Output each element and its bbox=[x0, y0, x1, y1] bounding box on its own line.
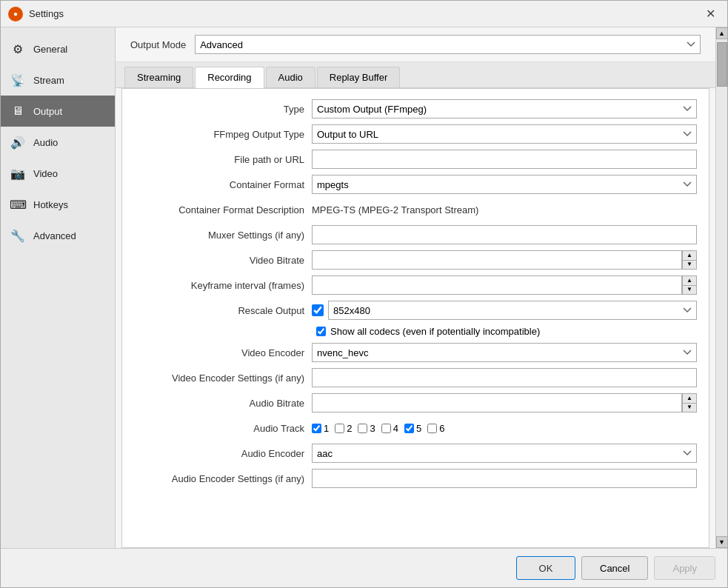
audio-bitrate-row: Audio Bitrate 32 Kbps ▲ ▼ bbox=[134, 393, 697, 412]
show-codecs-label: Show all codecs (even if potentially inc… bbox=[330, 326, 540, 337]
file-path-input[interactable]: udp://192.168.1.46:8282?pkt_size=1316 bbox=[312, 150, 697, 169]
sidebar-item-hotkeys[interactable]: ⌨Hotkeys bbox=[1, 189, 115, 220]
keyframe-up[interactable]: ▲ bbox=[683, 276, 696, 286]
audio-bitrate-up[interactable]: ▲ bbox=[683, 394, 696, 404]
sidebar-item-label: Stream bbox=[33, 75, 64, 86]
audio-encoder-select[interactable]: aac mp3 opus bbox=[312, 444, 697, 463]
general-icon: ⚙ bbox=[10, 41, 26, 57]
tab-streaming[interactable]: Streaming bbox=[124, 67, 193, 87]
tabs-bar: Streaming Recording Audio Replay Buffer bbox=[116, 62, 715, 88]
sidebar-item-label: Audio bbox=[33, 137, 58, 148]
video-bitrate-label: Video Bitrate bbox=[134, 255, 312, 266]
rescale-select[interactable]: 852x480 1280x720 1920x1080 bbox=[328, 301, 697, 320]
muxer-settings-input[interactable]: mpegts_start_pid=300 mpegts_pmt_start_pi… bbox=[312, 225, 697, 244]
scroll-thumb[interactable] bbox=[717, 42, 727, 87]
ok-button[interactable]: OK bbox=[516, 556, 575, 580]
keyframe-control: 100 ▲ ▼ bbox=[312, 275, 697, 295]
audio-track-row: Audio Track 1 2 bbox=[134, 418, 697, 438]
track-4-label: 4 bbox=[393, 423, 398, 434]
type-select[interactable]: Custom Output (FFmpeg) Standard bbox=[312, 99, 697, 118]
tab-audio[interactable]: Audio bbox=[266, 67, 315, 87]
advanced-icon: 🔧 bbox=[10, 227, 26, 244]
container-format-label: Container Format bbox=[134, 179, 312, 190]
sidebar-item-general[interactable]: ⚙General bbox=[1, 33, 115, 64]
container-format-select[interactable]: mpegts mp4 mkv bbox=[312, 175, 697, 194]
video-encoder-settings-control: profile=main10 tier=high level=6.2 bbox=[312, 368, 697, 387]
video-encoder-settings-input[interactable]: profile=main10 tier=high level=6.2 bbox=[312, 368, 697, 387]
track-1-checkbox[interactable] bbox=[312, 424, 321, 433]
container-format-desc-row: Container Format Description MPEG-TS (MP… bbox=[134, 200, 697, 219]
tab-replay-buffer[interactable]: Replay Buffer bbox=[317, 67, 401, 87]
track-2-label: 2 bbox=[347, 423, 352, 434]
apply-button[interactable]: Apply bbox=[654, 556, 715, 580]
type-label: Type bbox=[134, 104, 312, 115]
scroll-up-btn[interactable]: ▲ bbox=[716, 27, 728, 39]
ffmpeg-output-type-label: FFmpeg Output Type bbox=[134, 129, 312, 140]
tab-recording[interactable]: Recording bbox=[195, 67, 264, 88]
keyframe-down[interactable]: ▼ bbox=[683, 286, 696, 295]
video-encoder-row: Video Encoder nvenc_hevc nvenc_h264 libx… bbox=[134, 343, 697, 362]
rescale-checkbox[interactable] bbox=[312, 304, 324, 316]
container-format-control: mpegts mp4 mkv bbox=[312, 175, 697, 194]
ffmpeg-output-type-select[interactable]: Output to URL Output to File bbox=[312, 124, 697, 144]
audio-encoder-label: Audio Encoder bbox=[134, 448, 312, 459]
track-2-checkbox[interactable] bbox=[335, 424, 344, 433]
muxer-settings-label: Muxer Settings (if any) bbox=[134, 230, 312, 241]
track-5: 5 bbox=[404, 423, 421, 434]
output-mode-select[interactable]: Advanced Simple bbox=[195, 35, 701, 54]
video-encoder-select[interactable]: nvenc_hevc nvenc_h264 libx264 bbox=[312, 343, 697, 362]
keyframe-input[interactable]: 100 bbox=[312, 275, 682, 295]
video-bitrate-control: 380 Kbps ▲ ▼ bbox=[312, 250, 697, 270]
close-button[interactable]: ✕ bbox=[701, 5, 720, 22]
ffmpeg-output-type-control: Output to URL Output to File bbox=[312, 124, 697, 144]
output-mode-label: Output Mode bbox=[130, 39, 186, 50]
sidebar-item-video[interactable]: 📷Video bbox=[1, 158, 115, 189]
show-codecs-row: Show all codecs (even if potentially inc… bbox=[134, 326, 697, 337]
rescale-control: 852x480 1280x720 1920x1080 bbox=[312, 301, 697, 320]
keyframe-label: Keyframe interval (frames) bbox=[134, 280, 312, 291]
audio-bitrate-spinbox: 32 Kbps ▲ ▼ bbox=[312, 393, 697, 412]
video-bitrate-spinbox-btns: ▲ ▼ bbox=[682, 250, 697, 270]
sidebar-item-audio[interactable]: 🔊Audio bbox=[1, 127, 115, 158]
audio-track-control: 1 2 3 4 bbox=[312, 423, 697, 434]
audio-bitrate-label: Audio Bitrate bbox=[134, 398, 312, 409]
audio-bitrate-down[interactable]: ▼ bbox=[683, 404, 696, 412]
video-encoder-settings-row: Video Encoder Settings (if any) profile=… bbox=[134, 368, 697, 387]
video-encoder-settings-label: Video Encoder Settings (if any) bbox=[134, 372, 312, 384]
sidebar-item-advanced[interactable]: 🔧Advanced bbox=[1, 220, 115, 251]
cancel-button[interactable]: Cancel bbox=[581, 556, 648, 580]
track-5-checkbox[interactable] bbox=[404, 424, 414, 433]
sidebar-item-label: Advanced bbox=[33, 230, 76, 241]
audio-encoder-settings-label: Audio Encoder Settings (if any) bbox=[134, 473, 312, 484]
show-codecs-checkbox[interactable] bbox=[316, 327, 326, 336]
video-icon: 📷 bbox=[10, 165, 26, 181]
title-bar: ● Settings ✕ bbox=[1, 1, 727, 27]
bottom-bar: OK Cancel Apply bbox=[1, 548, 727, 587]
muxer-settings-control: mpegts_start_pid=300 mpegts_pmt_start_pi… bbox=[312, 225, 697, 244]
scroll-down-btn[interactable]: ▼ bbox=[716, 536, 728, 548]
video-bitrate-up[interactable]: ▲ bbox=[683, 251, 696, 261]
sidebar-item-output[interactable]: 🖥Output bbox=[1, 96, 115, 127]
video-bitrate-row: Video Bitrate 380 Kbps ▲ ▼ bbox=[134, 250, 697, 270]
type-control: Custom Output (FFmpeg) Standard bbox=[312, 99, 697, 118]
container-format-row: Container Format mpegts mp4 mkv bbox=[134, 175, 697, 194]
output-icon: 🖥 bbox=[10, 103, 26, 119]
audio-bitrate-input[interactable]: 32 Kbps bbox=[312, 393, 682, 412]
track-4-checkbox[interactable] bbox=[381, 424, 391, 433]
audio-encoder-settings-input[interactable] bbox=[312, 469, 697, 488]
track-3: 3 bbox=[358, 423, 375, 434]
video-bitrate-input[interactable]: 380 Kbps bbox=[312, 250, 682, 270]
track-1: 1 bbox=[312, 423, 329, 434]
container-format-desc-text: MPEG-TS (MPEG-2 Transport Stream) bbox=[312, 203, 478, 217]
track-6-checkbox[interactable] bbox=[427, 424, 437, 433]
keyframe-spinbox: 100 ▲ ▼ bbox=[312, 275, 697, 295]
track-3-checkbox[interactable] bbox=[358, 424, 367, 433]
sidebar-item-stream[interactable]: 📡Stream bbox=[1, 64, 115, 96]
type-row: Type Custom Output (FFmpeg) Standard bbox=[134, 99, 697, 118]
audio-track-checkboxes: 1 2 3 4 bbox=[312, 423, 697, 434]
stream-icon: 📡 bbox=[10, 72, 26, 88]
video-bitrate-down[interactable]: ▼ bbox=[683, 261, 696, 270]
sidebar-item-label: Output bbox=[33, 106, 62, 117]
audio-encoder-settings-row: Audio Encoder Settings (if any) bbox=[134, 469, 697, 488]
audio-encoder-row: Audio Encoder aac mp3 opus bbox=[134, 444, 697, 463]
